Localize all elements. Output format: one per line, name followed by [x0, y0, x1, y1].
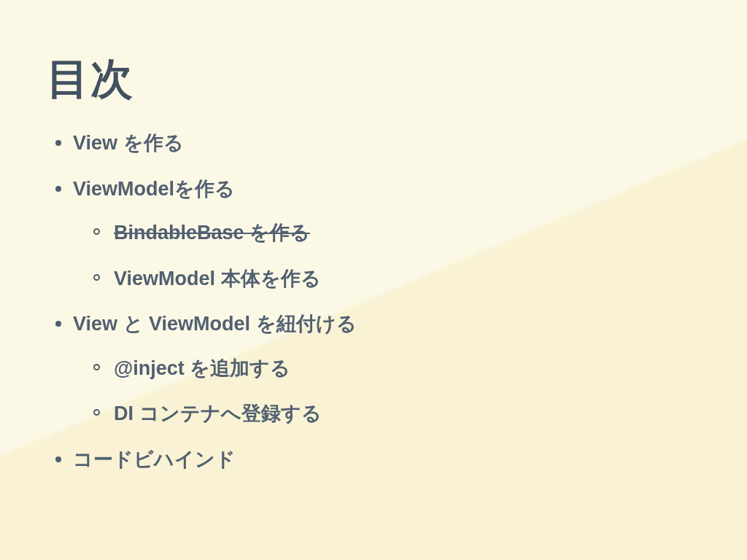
list-item: BindableBase を作る [88, 218, 700, 248]
item-text: BindableBase を作る [114, 222, 310, 244]
item-text: コードビハインド [73, 448, 236, 470]
item-text: ViewModel 本体を作る [114, 268, 321, 289]
list-item: View と ViewModel を紐付ける @inject を追加する DI … [47, 309, 700, 429]
list-item: ViewModelを作る BindableBase を作る ViewModel … [47, 174, 700, 294]
item-text: ViewModelを作る [73, 178, 235, 200]
sub-list: BindableBase を作る ViewModel 本体を作る [73, 218, 700, 293]
sub-list: @inject を追加する DI コンテナへ登録する [73, 354, 700, 429]
list-item: View を作る [47, 128, 700, 158]
page-title: 目次 [47, 51, 700, 108]
list-item: @inject を追加する [88, 354, 700, 384]
toc-list: View を作る ViewModelを作る BindableBase を作る V… [47, 128, 700, 474]
item-text: View を作る [73, 132, 184, 154]
item-text: View と ViewModel を紐付ける [73, 313, 357, 335]
item-text: @inject を追加する [114, 357, 290, 379]
item-text: DI コンテナへ登録する [114, 402, 322, 424]
list-item: ViewModel 本体を作る [88, 264, 700, 294]
list-item: コードビハインド [47, 445, 700, 475]
list-item: DI コンテナへ登録する [88, 399, 700, 429]
